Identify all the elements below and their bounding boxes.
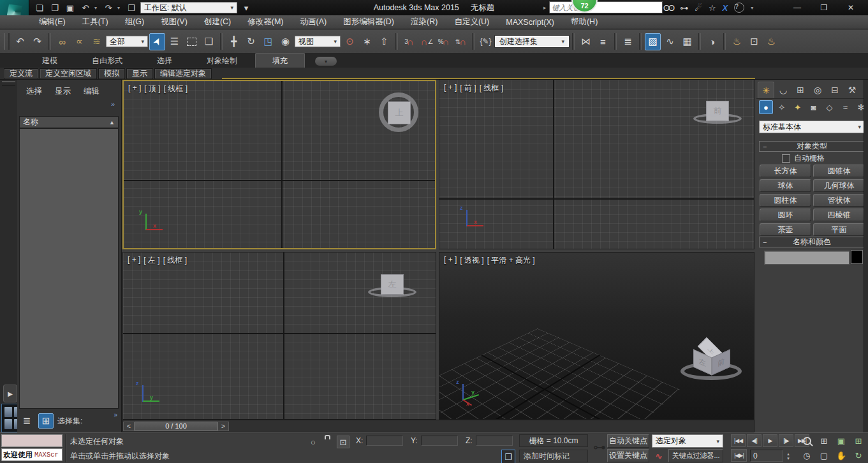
button-teapot[interactable]: 茶壶: [760, 223, 811, 236]
select-by-name-icon[interactable]: ☰: [166, 33, 182, 50]
viewport-menu-plus[interactable]: [ + ]: [128, 84, 141, 94]
undo-icon[interactable]: ↶: [79, 1, 92, 14]
button-box[interactable]: 长方体: [760, 165, 811, 177]
schematic-view-icon[interactable]: ▦: [679, 33, 695, 50]
frame-spinner[interactable]: ▴ ▾: [784, 450, 792, 462]
material-editor-icon[interactable]: ◑: [704, 33, 720, 50]
set-keys-curve-icon[interactable]: ∿: [652, 450, 666, 462]
ribbon-tab-freeform[interactable]: 自由形式: [75, 54, 139, 68]
y-coordinate-field[interactable]: [421, 436, 458, 446]
qat-overflow-icon[interactable]: ▾: [240, 1, 253, 14]
help-icon[interactable]: ?: [734, 3, 744, 13]
search-icon[interactable]: ʘʘ: [663, 3, 673, 13]
viewport-perspective[interactable]: [ + ] [ 透视 ] [ 平滑 + 高光 ] 上 左 前 z y x: [439, 252, 754, 420]
viewport-menu-plus[interactable]: [ + ]: [128, 255, 140, 266]
zoom-icon[interactable]: [800, 434, 814, 447]
redo-dropdown-icon[interactable]: ▾: [117, 5, 122, 11]
viewport-menu-plus[interactable]: [ + ]: [444, 83, 457, 94]
tab-modify[interactable]: ◡: [775, 82, 791, 98]
selection-filter-dropdown[interactable]: 全部 ▾: [106, 36, 148, 47]
select-and-rotate-icon[interactable]: ↻: [243, 33, 259, 50]
viewport-shading-menu[interactable]: [ 线框 ]: [163, 255, 187, 266]
panel-grip[interactable]: [2, 81, 15, 85]
select-and-move-icon[interactable]: ╋: [226, 33, 242, 50]
mirror-icon[interactable]: ⋈: [578, 33, 594, 50]
spinner-down-icon[interactable]: ▾: [787, 456, 790, 460]
menu-tools[interactable]: 工具(T): [74, 15, 117, 29]
ribbon-button-simulate[interactable]: 模拟: [98, 68, 125, 79]
tab-motion[interactable]: ◎: [809, 82, 826, 98]
name-color-rollout[interactable]: − 名称和颜色: [759, 237, 865, 247]
project-folder-icon[interactable]: ❒: [125, 1, 138, 14]
tab-display[interactable]: ⊟: [827, 82, 843, 98]
ribbon-button-edit-selected[interactable]: 编辑选定对象: [154, 68, 212, 79]
exchange-icon[interactable]: X: [723, 3, 728, 13]
viewcube-3d[interactable]: 上 左 前: [692, 338, 732, 375]
menu-edit[interactable]: 编辑(E): [31, 15, 74, 29]
category-shapes-icon[interactable]: ✧: [775, 100, 789, 114]
close-button[interactable]: ✕: [837, 0, 864, 15]
button-torus[interactable]: 圆环: [760, 209, 811, 221]
ribbon-button-display[interactable]: 显示: [126, 68, 153, 79]
key-mode-dropdown[interactable]: 选定对象 ▾: [652, 434, 723, 448]
curve-editor-icon[interactable]: ∿: [662, 33, 678, 50]
primitive-category-dropdown[interactable]: 标准基本体 ▾: [759, 121, 865, 133]
scene-explorer-toggle-button[interactable]: ▨: [645, 33, 661, 50]
infocenter-collapse-icon[interactable]: ▸: [543, 4, 547, 11]
help-dropdown-icon[interactable]: ▾: [751, 5, 756, 11]
pan-hand-icon[interactable]: ✋: [834, 449, 848, 462]
se-tab-display[interactable]: 显示: [55, 86, 71, 97]
button-plane[interactable]: 平面: [813, 223, 865, 236]
se-selection-more-link[interactable]: »: [114, 411, 117, 418]
open-file-icon[interactable]: ❐: [48, 1, 61, 14]
viewport-front[interactable]: [ + ] [ 前 ] [ 线框 ] 前 z x: [439, 80, 754, 249]
select-and-manipulate-icon[interactable]: ∗: [359, 33, 375, 50]
add-time-tag-box[interactable]: 添加时间标记: [519, 450, 588, 462]
tab-utilities[interactable]: ⚒: [844, 82, 860, 98]
select-and-scale-icon[interactable]: ◳: [260, 33, 276, 50]
absolute-offset-toggle[interactable]: ⊡: [337, 436, 349, 448]
orbit-icon[interactable]: ↻: [851, 449, 865, 462]
viewcube-face[interactable]: 上: [388, 101, 411, 124]
viewport-top[interactable]: [ + ] [ 顶 ] [ 线框 ] 上 y x: [122, 80, 436, 249]
menu-rendering[interactable]: 渲染(R): [402, 15, 446, 29]
auto-key-button[interactable]: 自动关键点: [607, 434, 649, 448]
category-lights-icon[interactable]: ✦: [791, 100, 805, 114]
minimize-button[interactable]: —: [784, 0, 811, 15]
play-button[interactable]: ▶: [763, 434, 777, 447]
select-object-button[interactable]: ➤: [149, 33, 165, 50]
isolate-selection-icon[interactable]: ○: [306, 436, 320, 448]
expand-panel-button[interactable]: ▶: [3, 385, 17, 402]
save-file-icon[interactable]: ▣: [64, 1, 77, 14]
angle-snap-icon[interactable]: ∩∠: [418, 33, 434, 50]
toolbar-grip[interactable]: [4, 33, 10, 50]
favorites-star-icon[interactable]: ☆: [709, 3, 716, 13]
menu-help[interactable]: 帮助(H): [563, 15, 606, 29]
snap-toggle-3d-icon[interactable]: 3∩: [401, 33, 417, 50]
rectangular-selection-region-icon[interactable]: [184, 33, 200, 50]
time-configuration-icon[interactable]: ◷: [800, 449, 814, 462]
ribbon-tab-selection[interactable]: 选择: [140, 54, 189, 68]
button-cylinder[interactable]: 圆柱体: [760, 194, 811, 207]
menu-graph-editors[interactable]: 图形编辑器(D): [335, 15, 402, 29]
category-geometry-icon[interactable]: ●: [759, 100, 773, 114]
category-cameras-icon[interactable]: ◙: [807, 100, 821, 114]
maxscript-listener-white[interactable]: 欢迎使用 MAXScr: [1, 448, 63, 461]
current-frame-field[interactable]: [750, 450, 783, 462]
unlink-selection-icon[interactable]: ∝: [71, 33, 87, 50]
workspace-dropdown[interactable]: 工作区: 默认 ▾: [140, 2, 237, 13]
layer-manager-icon[interactable]: ≣: [620, 33, 636, 50]
render-setup-icon[interactable]: ♨: [729, 33, 745, 50]
align-icon[interactable]: ≡: [595, 33, 611, 50]
menu-animation[interactable]: 动画(A): [291, 15, 335, 29]
ribbon-tab-populate[interactable]: 填充: [255, 53, 305, 68]
keyboard-shortcut-override-icon[interactable]: ⇧: [376, 33, 392, 50]
communication-center-icon[interactable]: ☄: [695, 3, 702, 13]
se-tab-select[interactable]: 选择: [26, 86, 42, 97]
category-helpers-icon[interactable]: ◇: [822, 100, 836, 114]
object-color-swatch[interactable]: [851, 250, 863, 264]
se-more-link[interactable]: »: [111, 100, 115, 108]
zoom-extents-icon[interactable]: ▣: [834, 434, 848, 447]
command-panel-scrollbar[interactable]: [864, 80, 868, 432]
se-layers-icon[interactable]: ≣: [19, 413, 34, 429]
